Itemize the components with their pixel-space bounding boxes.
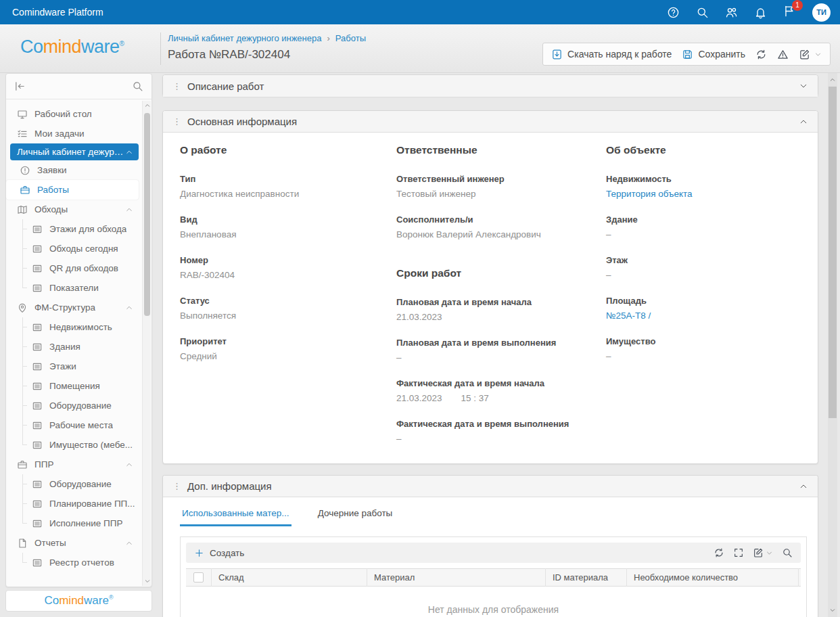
- real-estate-link[interactable]: Территория объекта: [606, 189, 809, 199]
- edit-dropdown-chevron-icon[interactable]: [814, 51, 822, 58]
- chevron-up-icon[interactable]: [799, 117, 808, 127]
- collapse-panel-icon[interactable]: [14, 81, 26, 92]
- column-header-truncated[interactable]: С: [799, 568, 801, 587]
- sidebar-item-ppr-equipment[interactable]: Оборудование: [6, 474, 141, 494]
- sidebar-scrollbar[interactable]: [142, 101, 151, 586]
- drag-handle-icon[interactable]: [172, 481, 181, 491]
- column-header-warehouse[interactable]: Склад: [212, 568, 367, 587]
- list-icon: [32, 479, 43, 490]
- sidebar-item-desktop[interactable]: Рабочий стол: [6, 104, 141, 124]
- create-button[interactable]: Создать: [194, 548, 244, 558]
- avatar[interactable]: ТИ: [812, 3, 831, 22]
- tab-child-works[interactable]: Дочерние работы: [316, 508, 395, 526]
- sidebar-item-reports-registry[interactable]: Реестр отчетов: [6, 553, 141, 572]
- sidebar-item-indicators[interactable]: Показатели: [6, 278, 141, 298]
- actual-start-time: 15 : 37: [461, 393, 489, 403]
- column-responsible: Ответственные Ответственный инженер Тест…: [396, 144, 599, 459]
- edit-icon[interactable]: [799, 49, 810, 60]
- sidebar-item-property[interactable]: Имущество (мебе...: [6, 435, 141, 455]
- drag-handle-icon[interactable]: [172, 116, 181, 127]
- sidebar-group-rounds[interactable]: Обходы: [6, 200, 141, 219]
- document-icon: [17, 538, 28, 549]
- list-icon: [32, 499, 43, 509]
- sidebar-group-reports[interactable]: Отчеты: [6, 533, 141, 553]
- save-button[interactable]: Сохранить: [682, 49, 745, 60]
- list-icon: [32, 224, 43, 235]
- list-icon: [32, 342, 43, 352]
- section-header-additional-info[interactable]: Доп. информация: [163, 476, 818, 497]
- plus-icon: [194, 548, 204, 558]
- sidebar-item-rooms[interactable]: Помещения: [6, 376, 141, 396]
- empty-table-message: Нет данных для отображения: [186, 604, 801, 615]
- scroll-up-arrow[interactable]: [143, 101, 151, 110]
- sidebar-group-ppr[interactable]: ППР: [6, 455, 141, 474]
- column-header-required-qty[interactable]: Необходимое количество: [627, 568, 799, 587]
- page-scroll-down-arrow[interactable]: [828, 605, 837, 616]
- sidebar-item-equipment[interactable]: Оборудование: [6, 396, 141, 415]
- sidebar-item-ppr-planning[interactable]: Планирование ПП...: [6, 494, 141, 513]
- grid-search-icon[interactable]: [782, 547, 793, 558]
- grid-edit-dropdown-chevron-icon[interactable]: [766, 549, 773, 557]
- column-header-material-id[interactable]: ID материала: [546, 568, 627, 587]
- page-scrollbar-thumb[interactable]: [829, 87, 837, 418]
- chevron-up-icon: [829, 76, 836, 83]
- page-scroll-up-arrow[interactable]: [828, 74, 837, 85]
- grid-edit-icon[interactable]: [753, 547, 764, 558]
- grid-refresh-icon[interactable]: [714, 547, 724, 558]
- section-header-description[interactable]: Описание работ: [163, 75, 818, 97]
- sidebar-item-rounds-today[interactable]: Обходы сегодня: [6, 239, 141, 258]
- list-icon: [32, 322, 43, 333]
- drag-handle-icon[interactable]: [172, 81, 181, 91]
- chevron-down-icon[interactable]: [799, 81, 808, 91]
- scrollbar-thumb[interactable]: [144, 113, 150, 316]
- warning-icon[interactable]: [777, 49, 789, 60]
- sidebar-tree: Рабочий стол Мои задачи Личный кабинет д…: [6, 100, 141, 587]
- sidebar-item-qr-for-rounds[interactable]: QR для обходов: [6, 258, 141, 278]
- sidebar-item-floors-for-round[interactable]: Этажи для обхода: [6, 219, 141, 239]
- area-link[interactable]: №25А-Т8 /: [606, 311, 809, 321]
- field-real-estate: Недвижимость Территория объекта: [606, 174, 809, 199]
- notifications-bell-icon[interactable]: [754, 6, 767, 19]
- sidebar-item-works[interactable]: Работы: [6, 180, 139, 200]
- sidebar-group-fm-structure[interactable]: ФМ-Структура: [6, 298, 141, 317]
- list-icon: [32, 381, 43, 392]
- grid-toolbar: Создать: [186, 543, 801, 563]
- sidebar-item-workplaces[interactable]: Рабочие места: [6, 415, 141, 435]
- field-actual-finish: Фактическая дата и время выполнения –: [396, 419, 599, 444]
- column-header-material[interactable]: Материал: [367, 568, 546, 587]
- section-work-description: Описание работ: [162, 74, 818, 97]
- notification-badge: 1: [792, 0, 803, 11]
- section-main-info: Основная информация О работе Тип Диагнос…: [162, 110, 818, 464]
- download-work-order-button[interactable]: Скачать наряд к работе: [551, 49, 672, 60]
- tab-used-materials[interactable]: Использованные матер...: [180, 508, 291, 526]
- sidebar-item-ppr-execution[interactable]: Исполнение ППР: [6, 513, 141, 533]
- list-icon: [32, 361, 43, 372]
- sidebar-item-requests[interactable]: Заявки: [6, 160, 141, 180]
- select-all-checkbox[interactable]: [193, 572, 204, 582]
- save-icon: [682, 49, 693, 60]
- breadcrumb-link-works[interactable]: Работы: [335, 33, 366, 43]
- help-icon[interactable]: [667, 6, 680, 19]
- section-header-main-info[interactable]: Основная информация: [163, 111, 818, 133]
- breadcrumb-link-cabinet[interactable]: Личный кабинет дежурного инженера: [168, 33, 321, 43]
- sidebar-item-real-estate[interactable]: Недвижимость: [6, 317, 141, 337]
- refresh-icon[interactable]: [755, 49, 767, 60]
- search-icon[interactable]: [696, 6, 709, 19]
- chevron-up-icon[interactable]: [799, 482, 808, 491]
- fullscreen-icon[interactable]: [733, 547, 744, 558]
- sidebar-item-my-tasks[interactable]: Мои задачи: [6, 124, 141, 143]
- map-icon: [17, 204, 28, 215]
- sidebar-search-icon[interactable]: [132, 81, 143, 92]
- sidebar-item-duty-engineer-cabinet[interactable]: Личный кабинет дежурного и...: [10, 143, 139, 160]
- scroll-down-arrow[interactable]: [143, 576, 151, 586]
- field-number: Номер RAB/-302404: [180, 255, 383, 280]
- flag-menu[interactable]: 1: [783, 5, 796, 20]
- page-scrollbar[interactable]: [828, 73, 837, 617]
- app-title: Comindware Platform: [12, 7, 103, 18]
- sidebar-item-floors[interactable]: Этажи: [6, 357, 141, 376]
- field-planned-finish: Плановая дата и время выполнения –: [396, 338, 599, 363]
- divider: [160, 32, 161, 65]
- sidebar-search-row: [6, 74, 151, 99]
- users-icon[interactable]: [725, 6, 738, 19]
- sidebar-item-buildings[interactable]: Здания: [6, 337, 141, 357]
